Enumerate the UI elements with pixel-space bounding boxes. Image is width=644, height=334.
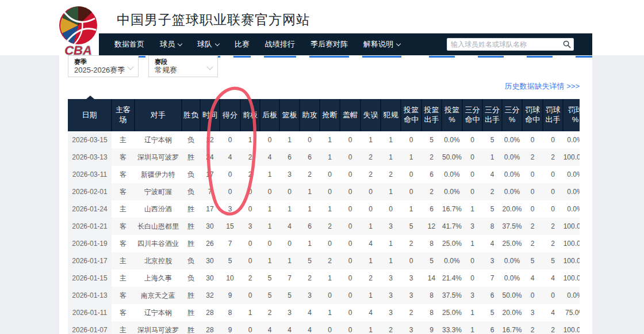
nav-item-2[interactable]: 球队 (197, 33, 219, 55)
cell-fg-pct: 0.0% (442, 252, 462, 270)
cell-tpm: 1 (462, 321, 482, 334)
cell-result: 胜 (182, 149, 200, 166)
history-missing-data-link[interactable]: 历史数据缺失详情 >>> (493, 81, 580, 92)
cell-result: 负 (182, 166, 200, 183)
nav-item-label: 战绩排行 (265, 39, 295, 50)
cell-opponent[interactable]: 南京天之蓝 (135, 287, 182, 304)
cell-ftm: 2 (522, 235, 543, 252)
season-filter[interactable]: 赛季 2025-2026赛季 (68, 55, 139, 77)
cell-opponent[interactable]: 上海久事 (135, 270, 182, 287)
cell-minutes: 26 (200, 235, 220, 252)
cell-assists: 1 (300, 200, 320, 218)
cell-tp-pct: 0.0% (502, 252, 522, 270)
cell-ftm: 5 (522, 252, 543, 270)
cell-fouls: 2 (381, 166, 401, 183)
cell-fta: 0 (543, 131, 563, 149)
cba-logo[interactable]: CBA (57, 4, 99, 57)
cell-result: 胜 (182, 287, 200, 304)
stage-filter-label: 赛段 (155, 58, 212, 65)
cell-tpa: 6 (482, 321, 502, 334)
cell-rebounds: 4 (279, 321, 300, 334)
cell-result: 胜 (182, 304, 200, 321)
cell-tpa: 5 (482, 304, 502, 321)
cell-steals: 0 (320, 287, 340, 304)
cell-fgm: 0 (401, 252, 421, 270)
cell-rebounds: 7 (279, 270, 300, 287)
nav-item-4[interactable]: 战绩排行 (265, 33, 295, 55)
cell-rebounds: 5 (279, 287, 300, 304)
cell-fta: 4 (543, 304, 563, 321)
cell-ft-pct: 100.0% (563, 252, 580, 270)
nav-item-0[interactable]: 数据首页 (114, 33, 144, 55)
cell-steals: 0 (320, 166, 340, 183)
cell-fta: 2 (543, 218, 563, 235)
cell-points: 9 (220, 321, 240, 334)
cell-opponent[interactable]: 山西汾酒 (135, 200, 182, 218)
cell-fga: 9 (421, 321, 442, 334)
table-row: 2026-01-15主上海久事负30102572102331421.4%070.… (68, 270, 580, 287)
cell-fga: 12 (421, 218, 442, 235)
cell-assists: 6 (300, 149, 320, 166)
nav-item-5[interactable]: 季后赛对阵 (310, 33, 348, 55)
cell-steals: 1 (320, 304, 340, 321)
cell-off-reb: 0 (240, 235, 260, 252)
cell-opponent[interactable]: 宁波町渥 (135, 183, 182, 200)
cell-opponent[interactable]: 辽宁本钢 (135, 304, 182, 321)
cell-blocks: 0 (340, 270, 361, 287)
column-header-fg-pct: 投篮 % (442, 99, 462, 131)
cell-date: 2026-01-07 (68, 321, 112, 334)
table-row: 2026-01-17主北京控股负30501152011050.0%030.0%5… (68, 252, 580, 270)
cell-def-reb: 0 (260, 235, 279, 252)
cell-tpa: 6 (482, 287, 502, 304)
chevron-down-icon (215, 41, 220, 45)
cell-off-reb: 1 (240, 131, 260, 149)
cell-fgm: 1 (401, 200, 421, 218)
cell-venue: 主 (112, 200, 135, 218)
cell-points: 5 (220, 252, 240, 270)
cell-tp-pct: 0.0% (502, 183, 522, 200)
table-row: 2026-01-07主深圳马可波罗胜289044400123933.3%1616… (68, 321, 580, 334)
cell-blocks: 0 (340, 166, 361, 183)
stage-filter[interactable]: 赛段 常规赛 (148, 55, 218, 77)
cell-steals: 1 (320, 149, 340, 166)
cell-opponent[interactable]: 深圳马可波罗 (135, 321, 182, 334)
cell-opponent[interactable]: 四川丰谷酒业 (135, 235, 182, 252)
cell-steals: 2 (320, 218, 340, 235)
cell-opponent[interactable]: 辽宁本钢 (135, 131, 182, 149)
cell-fouls: 3 (381, 304, 401, 321)
nav-item-3[interactable]: 比赛 (235, 33, 250, 55)
cell-fta: 2 (543, 235, 563, 252)
cell-fga: 6 (421, 200, 442, 218)
cell-turnovers: 4 (361, 304, 381, 321)
cell-ftm: 2 (522, 321, 543, 334)
cell-assists: 6 (300, 218, 320, 235)
nav-item-1[interactable]: 球员 (160, 33, 182, 55)
cell-turnovers: 0 (361, 200, 381, 218)
cell-fta: 2 (543, 321, 563, 334)
cell-ft-pct: 0.0% (563, 287, 580, 304)
cell-fgm: 0 (401, 131, 421, 149)
cell-opponent[interactable]: 长白山恩都里 (135, 218, 182, 235)
cell-opponent[interactable]: 新疆伊力特 (135, 166, 182, 183)
column-header-tpm: 三分 命中 (462, 99, 482, 131)
cell-rebounds: 6 (279, 149, 300, 166)
game-log-body: 2026-03-15主辽宁本钢负12010101011050.0%050.0%0… (68, 131, 580, 334)
cell-steals: 0 (320, 183, 340, 200)
search-input[interactable] (447, 40, 561, 48)
cell-result: 胜 (182, 321, 200, 334)
column-header-fouls: 犯规 (381, 99, 401, 131)
cell-blocks: 0 (340, 321, 361, 334)
cell-opponent[interactable]: 北京控股 (135, 252, 182, 270)
cell-fgm: 3 (401, 287, 421, 304)
table-row: 2026-01-21客长白山恩都里胜30153146201351241.7%38… (68, 218, 580, 235)
cell-tpm: 0 (462, 166, 482, 183)
search-icon[interactable] (561, 38, 573, 51)
game-log-table: 日期主客场对手胜负时间得分前板后板篮板助攻抢断盖帽失误犯规投篮 命中投篮 出手投… (68, 99, 580, 334)
cell-opponent[interactable]: 深圳马可波罗 (135, 149, 182, 166)
cell-venue: 客 (112, 304, 135, 321)
cell-fouls: 0 (381, 200, 401, 218)
nav-item-6[interactable]: 解释说明 (363, 33, 400, 55)
cell-fouls: 1 (381, 183, 401, 200)
table-row: 2026-01-11客辽宁本钢胜288123410432825.0%1520.0… (68, 304, 580, 321)
cell-fg-pct: 37.5% (442, 287, 462, 304)
